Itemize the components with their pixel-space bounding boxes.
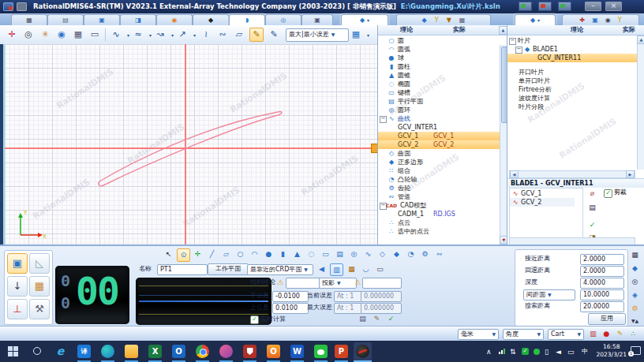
found-theory-input[interactable] — [286, 278, 322, 289]
clamp-icon[interactable]: ◡ — [360, 263, 372, 274]
name-input[interactable]: PT1 — [157, 264, 208, 275]
word-icon[interactable]: W — [290, 345, 304, 358]
tree-item-blade1[interactable]: −◆BLADE1 — [507, 45, 637, 54]
tab-disc[interactable]: ◎ — [265, 14, 301, 25]
section2-icon[interactable]: ∾ — [215, 28, 230, 42]
grid-table-icon[interactable]: ▦ — [349, 28, 363, 42]
tree-item-blade-segment[interactable]: 叶片分段 — [507, 103, 637, 111]
titlebar-tool-icon-3[interactable] — [558, 2, 571, 11]
settings-gear-icon[interactable]: ⚙ — [629, 303, 641, 314]
tree-item-cad-model[interactable]: −CADCAD模型 — [378, 201, 500, 210]
sphere-icon[interactable]: ● — [263, 248, 275, 260]
blade-tree-scrollbar[interactable]: ▲ — [637, 35, 644, 170]
table-view-icon[interactable]: ▦ — [346, 263, 358, 274]
tree-item-cadm-1[interactable]: CADM_1RD.IGS — [378, 210, 500, 218]
tab-capture[interactable]: ▣ — [301, 14, 333, 25]
tree-item-surface[interactable]: ◇曲面 — [378, 149, 500, 158]
coordinate-system-button[interactable]: ⊥ — [7, 299, 28, 319]
tree-item-circle[interactable]: ○圆 — [378, 36, 500, 45]
brush-edit-icon[interactable]: ✎ — [249, 28, 264, 42]
security-shield-icon[interactable] — [243, 345, 256, 358]
probe-curve-dropdown-arrow[interactable]: ▾ — [127, 32, 129, 38]
lower-tolerance-input[interactable]: -0.0100 — [272, 291, 309, 302]
search-distance-input[interactable]: 20.0000 — [580, 301, 624, 312]
scan-curve-icon[interactable]: ≈ — [131, 28, 145, 42]
tab-view[interactable]: ▣ — [84, 14, 120, 25]
titlebar-tool-icon-1[interactable] — [519, 2, 532, 11]
translate-app-icon[interactable]: 译 — [77, 345, 91, 358]
edit-stamp-icon[interactable]: ▤ — [586, 202, 598, 213]
file-explorer-icon[interactable] — [125, 345, 138, 358]
apply-check-icon[interactable]: ✓ — [586, 219, 598, 230]
panel-updown-icon[interactable]: ▼▲ — [629, 315, 641, 327]
security-ok-icon[interactable]: ✓ — [522, 348, 529, 355]
realtime-checkbox[interactable]: ✓ — [250, 315, 259, 324]
confirm-icon[interactable]: ✓ — [385, 313, 397, 324]
tree-item-gcv-2[interactable]: GCV_2GCV_2 — [378, 140, 500, 149]
status-tools-icon[interactable]: ✎ — [614, 328, 626, 339]
status-ball-icon[interactable]: ● — [601, 328, 612, 339]
trim-checkbox[interactable]: ✓ — [604, 189, 612, 198]
tree-item-camshaft[interactable]: ◔凸轮轴 — [378, 175, 500, 184]
tree-item-single-open-blade[interactable]: 单开口叶片 — [507, 77, 637, 85]
tree-item-point-cloud[interactable]: ∴点云 — [378, 218, 500, 227]
section-icon[interactable]: ≀ — [199, 28, 213, 42]
tree-item-arc[interactable]: ◠圆弧 — [378, 45, 500, 54]
pan-hand-icon[interactable]: ✳ — [38, 28, 52, 42]
tab-document[interactable]: ▤ — [47, 14, 84, 25]
tab-file[interactable]: ▦ — [11, 14, 47, 25]
speaker-icon[interactable]: ◄ — [556, 347, 561, 356]
crd-plane-dropdown[interactable]: 最靠近的CRD平面▼ — [247, 264, 313, 275]
origin-app-icon[interactable]: O — [267, 345, 280, 358]
spacing-mode-dropdown[interactable]: 间距面▼ — [523, 289, 575, 300]
minimize-button[interactable]: – — [585, 2, 601, 11]
caliper-button[interactable]: ◺ — [29, 253, 50, 274]
units-dropdown[interactable]: 毫米▼ — [458, 329, 499, 340]
polygon-icon[interactable]: ◆ — [391, 248, 402, 260]
axes-icon[interactable]: ✛ — [192, 248, 204, 260]
chrome-icon[interactable] — [196, 345, 209, 358]
erase-curve-icon[interactable]: ⌀ — [586, 188, 598, 199]
projection-dropdown[interactable]: 投影▼ — [319, 278, 357, 289]
tab-curve-active[interactable]: ◗ — [229, 14, 265, 25]
plane-icon[interactable]: ▱ — [220, 248, 232, 260]
display-mode-icon[interactable]: ▭ — [88, 28, 102, 42]
outlook-icon[interactable]: O — [172, 345, 185, 358]
splitter-marker[interactable] — [371, 144, 377, 153]
tree-item-gcv-1[interactable]: GCV_1GCV_1 — [378, 132, 500, 140]
teach-path-icon[interactable]: ↗ — [175, 28, 189, 42]
mid-panel-tab-features[interactable]: ◆▾ — [341, 14, 388, 25]
workplane-button[interactable]: 工作平面 — [208, 263, 249, 275]
torus-icon[interactable]: ◎ — [348, 248, 360, 260]
upper-tolerance-input[interactable]: 0.0100 — [272, 303, 309, 314]
status-scatter-icon[interactable]: ∴ — [627, 328, 639, 339]
tree-item-pipe[interactable]: ∾管道 — [378, 192, 500, 201]
tree-item-combine[interactable]: ∷组合 — [378, 166, 500, 175]
tree-item-torus[interactable]: ◎圆环 — [378, 106, 500, 114]
surface-icon[interactable]: ◇ — [376, 248, 388, 260]
tree-item-sphere[interactable]: ●球 — [378, 54, 500, 62]
error-mode-dropdown[interactable]: 最大|最小误差▼ — [286, 28, 349, 42]
tree-item-gear[interactable]: ⚙齿轮 — [378, 184, 500, 192]
right-tab-window-icon[interactable]: ▣ — [592, 17, 598, 24]
mid-tab-tol-icon[interactable]: Y — [435, 17, 439, 24]
print-icon[interactable]: ▦ — [629, 249, 641, 260]
signal-bars-icon[interactable] — [499, 349, 505, 354]
wechat-tray-icon[interactable] — [534, 349, 540, 355]
blade-hscrollbar[interactable]: ◀ ▶ — [509, 170, 635, 178]
ime-indicator[interactable]: 中 — [582, 347, 588, 356]
pen-icon[interactable]: ✎ — [267, 28, 281, 42]
cone-icon[interactable]: ▲ — [291, 248, 303, 260]
rationaldmis-taskbar-active[interactable] — [354, 342, 372, 360]
arc-icon[interactable]: ◠ — [249, 248, 260, 260]
depth-input[interactable]: 4.0000 — [580, 278, 624, 289]
monitor-view-icon[interactable]: ▭ — [374, 263, 386, 274]
tree-item-waviness[interactable]: 波纹度计算 — [507, 94, 637, 103]
tree-item-firtree-analysis[interactable]: Firtree分析 — [507, 85, 637, 94]
gear-icon[interactable]: ⚙ — [419, 248, 431, 260]
slot-icon[interactable]: ▭ — [320, 248, 331, 260]
tree-item-curve[interactable]: −∿曲线 — [378, 114, 500, 123]
notification-icon[interactable]: 1 — [631, 346, 641, 355]
mid-tab-award-icon[interactable]: ▼ — [447, 17, 451, 24]
tree-item-open-blade[interactable]: 开口叶片 — [507, 68, 637, 77]
